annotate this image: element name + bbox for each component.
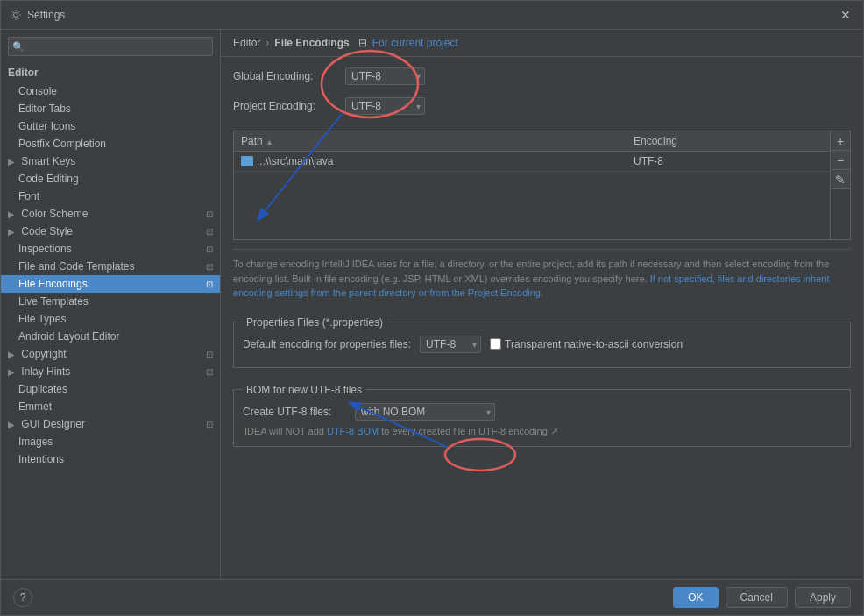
info-text: To change encoding IntelliJ IDEA uses fo… bbox=[233, 249, 851, 301]
props-encoding-select[interactable]: UTF-8 UTF-16 bbox=[420, 336, 481, 353]
sidebar-section-editor: Editor bbox=[1, 63, 220, 82]
global-encoding-label: Global Encoding: bbox=[233, 70, 338, 82]
sidebar-item-images[interactable]: Images bbox=[1, 433, 220, 450]
global-encoding-row: Global Encoding: UTF-8 UTF-16 ISO-8859-1 bbox=[233, 67, 851, 85]
settings-copy-icon6: ⊡ bbox=[206, 350, 213, 359]
properties-encoding-row: Default encoding for properties files: U… bbox=[243, 336, 841, 353]
sidebar-item-android-layout-editor[interactable]: Android Layout Editor bbox=[1, 328, 220, 345]
project-encoding-label: Project Encoding: bbox=[233, 100, 338, 112]
sidebar: 🔍 Editor Console Editor Tabs Gutter Icon… bbox=[1, 30, 221, 579]
bom-select[interactable]: with NO BOM with BOM bbox=[355, 403, 495, 421]
breadcrumb-link[interactable]: For current project bbox=[372, 37, 458, 49]
bom-legend: BOM for new UTF-8 files bbox=[243, 384, 365, 396]
table-cell-path: ...\\src\main\java bbox=[234, 152, 627, 171]
settings-icon bbox=[10, 9, 22, 21]
settings-copy-icon7: ⊡ bbox=[206, 367, 213, 377]
table-header-path: Path ▲ bbox=[234, 131, 627, 151]
sidebar-item-duplicates[interactable]: Duplicates bbox=[1, 380, 220, 398]
sidebar-item-console[interactable]: Console bbox=[1, 82, 220, 100]
search-input[interactable] bbox=[8, 37, 213, 56]
sidebar-item-gutter-icons[interactable]: Gutter Icons bbox=[1, 117, 220, 135]
sidebar-item-smart-keys[interactable]: ▶ Smart Keys bbox=[1, 152, 220, 170]
breadcrumb: Editor › File Encodings ⊟ For current pr… bbox=[221, 30, 863, 57]
sidebar-item-inlay-hints[interactable]: ▶ Inlay Hints ⊡ bbox=[1, 363, 220, 380]
bom-create-row: Create UTF-8 files: with NO BOM with BOM bbox=[243, 403, 841, 421]
table-header: Path ▲ Encoding bbox=[234, 131, 830, 152]
sidebar-item-gui-designer[interactable]: ▶ GUI Designer ⊡ bbox=[1, 415, 220, 433]
sidebar-item-intentions[interactable]: Intentions bbox=[1, 450, 220, 468]
remove-row-button[interactable]: − bbox=[831, 151, 850, 170]
close-button[interactable]: ✕ bbox=[837, 6, 854, 24]
global-encoding-select[interactable]: UTF-8 UTF-16 ISO-8859-1 bbox=[345, 67, 425, 85]
footer-left: ? bbox=[13, 588, 32, 607]
svg-point-0 bbox=[14, 13, 18, 18]
help-button[interactable]: ? bbox=[13, 588, 32, 607]
title-bar: Settings ✕ bbox=[1, 1, 863, 30]
sidebar-item-file-types[interactable]: File Types bbox=[1, 310, 220, 328]
bom-note-link: UTF-8 BOM bbox=[327, 426, 379, 436]
sidebar-item-live-templates[interactable]: Live Templates bbox=[1, 293, 220, 310]
settings-copy-icon8: ⊡ bbox=[206, 420, 213, 429]
cancel-button[interactable]: Cancel bbox=[726, 587, 788, 608]
project-encoding-select[interactable]: UTF-8 UTF-16 ISO-8859-1 bbox=[345, 97, 425, 115]
breadcrumb-separator: › bbox=[266, 37, 269, 49]
settings-copy-icon2: ⊡ bbox=[206, 227, 213, 237]
add-row-button[interactable]: + bbox=[831, 131, 850, 151]
search-box[interactable]: 🔍 bbox=[8, 37, 213, 56]
sidebar-item-inspections[interactable]: Inspections ⊡ bbox=[1, 240, 220, 258]
sidebar-item-code-editing[interactable]: Code Editing bbox=[1, 170, 220, 188]
project-encoding-row: Project Encoding: UTF-8 UTF-16 ISO-8859-… bbox=[233, 97, 851, 115]
footer-right: OK Cancel Apply bbox=[673, 587, 851, 608]
settings-copy-icon4: ⊡ bbox=[206, 262, 213, 272]
sort-icon: ▲ bbox=[266, 138, 273, 146]
properties-section: Properties Files (*.properties) Default … bbox=[233, 316, 851, 368]
search-icon: 🔍 bbox=[12, 41, 25, 53]
settings-copy-icon3: ⊡ bbox=[206, 244, 213, 254]
transparent-label: Transparent native-to-ascii conversion bbox=[505, 338, 683, 350]
default-encoding-label: Default encoding for properties files: bbox=[243, 338, 411, 350]
sidebar-item-font[interactable]: Font bbox=[1, 188, 220, 205]
folder-icon bbox=[241, 156, 253, 166]
sidebar-item-emmet[interactable]: Emmet bbox=[1, 398, 220, 415]
table-cell-encoding: UTF-8 bbox=[627, 152, 830, 171]
breadcrumb-spacer: ⊟ bbox=[358, 37, 367, 49]
content-area: Global Encoding: UTF-8 UTF-16 ISO-8859-1… bbox=[221, 57, 863, 579]
sidebar-item-color-scheme[interactable]: ▶ Color Scheme ⊡ bbox=[1, 205, 220, 223]
sidebar-item-postfix-completion[interactable]: Postfix Completion bbox=[1, 135, 220, 152]
encoding-table: Path ▲ Encoding ...\\src\main\java bbox=[234, 131, 830, 239]
apply-button[interactable]: Apply bbox=[795, 587, 851, 608]
bom-note: IDEA will NOT add UTF-8 BOM to every cre… bbox=[243, 426, 841, 437]
dialog-footer: ? OK Cancel Apply bbox=[1, 579, 863, 615]
transparent-checkbox[interactable] bbox=[490, 338, 501, 350]
sidebar-item-editor-tabs[interactable]: Editor Tabs bbox=[1, 100, 220, 117]
bom-select-wrapper[interactable]: with NO BOM with BOM bbox=[355, 403, 495, 421]
sidebar-item-code-style[interactable]: ▶ Code Style ⊡ bbox=[1, 223, 220, 240]
properties-legend: Properties Files (*.properties) bbox=[243, 316, 386, 329]
ok-button[interactable]: OK bbox=[673, 587, 718, 608]
breadcrumb-current: File Encodings bbox=[274, 37, 349, 49]
sidebar-item-file-code-templates[interactable]: File and Code Templates ⊡ bbox=[1, 258, 220, 275]
encoding-table-container: Path ▲ Encoding ...\\src\main\java bbox=[233, 131, 851, 240]
props-encoding-select-wrapper[interactable]: UTF-8 UTF-16 bbox=[420, 336, 481, 353]
edit-row-button[interactable]: ✎ bbox=[831, 170, 850, 189]
window-title: Settings bbox=[27, 9, 65, 21]
project-encoding-select-wrapper[interactable]: UTF-8 UTF-16 ISO-8859-1 bbox=[345, 97, 425, 115]
dialog-body: 🔍 Editor Console Editor Tabs Gutter Icon… bbox=[1, 30, 863, 579]
settings-copy-icon5: ⊡ bbox=[206, 280, 213, 289]
breadcrumb-parent: Editor bbox=[233, 37, 260, 49]
table-body: ...\\src\main\java UTF-8 bbox=[234, 152, 830, 239]
bom-section: BOM for new UTF-8 files Create UTF-8 fil… bbox=[233, 384, 851, 447]
main-content: Editor › File Encodings ⊟ For current pr… bbox=[221, 30, 863, 579]
sidebar-item-file-encodings[interactable]: File Encodings ⊡ bbox=[1, 275, 220, 293]
transparent-checkbox-wrapper: Transparent native-to-ascii conversion bbox=[490, 338, 683, 350]
table-actions: + − ✎ bbox=[830, 131, 850, 239]
sidebar-item-copyright[interactable]: ▶ Copyright ⊡ bbox=[1, 345, 220, 363]
create-utf8-label: Create UTF-8 files: bbox=[243, 406, 348, 418]
table-row[interactable]: ...\\src\main\java UTF-8 bbox=[234, 152, 830, 172]
global-encoding-select-wrapper[interactable]: UTF-8 UTF-16 ISO-8859-1 bbox=[345, 67, 425, 85]
settings-copy-icon: ⊡ bbox=[206, 209, 213, 219]
table-header-encoding: Encoding bbox=[627, 131, 830, 151]
